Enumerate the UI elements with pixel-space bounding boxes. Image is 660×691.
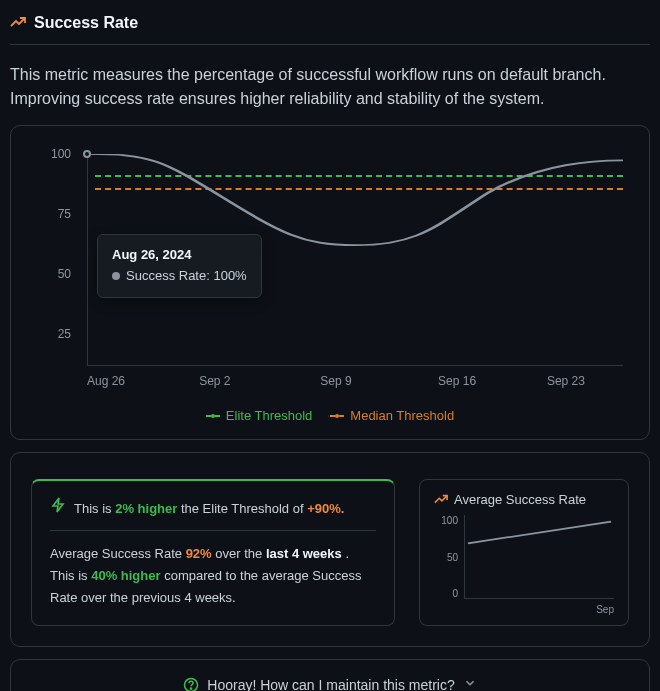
average-panel: Average Success Rate 100 50 0 Sep — [419, 479, 629, 626]
question-circle-icon — [183, 677, 199, 691]
average-panel-header: Average Success Rate — [434, 492, 614, 507]
y-tick: 100 — [31, 147, 71, 161]
plot-area: Aug 26, 2024 Success Rate: 100% — [87, 154, 623, 366]
trend-up-icon — [10, 15, 26, 31]
mini-y-ticks: 100 50 0 — [434, 515, 458, 599]
summary-line-1: This is 2% higher the Elite Threshold of… — [50, 497, 376, 531]
mini-chart: 100 50 0 Sep — [434, 515, 614, 613]
chart-tooltip: Aug 26, 2024 Success Rate: 100% — [97, 234, 262, 298]
page-title: Success Rate — [34, 14, 138, 32]
main-chart[interactable]: 100 75 50 25 Aug 26, 2024 Success Rate: … — [31, 154, 629, 394]
x-tick: Sep 23 — [547, 374, 585, 394]
trend-up-icon — [434, 493, 448, 507]
maintain-label: Hooray! How can I maintain this metric? — [207, 677, 454, 691]
x-tick: Aug 26 — [87, 374, 125, 394]
y-tick: 75 — [31, 207, 71, 221]
summary-line-2: Average Success Rate 92% over the last 4… — [50, 543, 376, 609]
data-point[interactable] — [83, 150, 91, 158]
metric-description: This metric measures the percentage of s… — [10, 45, 650, 125]
summary-text-panel: This is 2% higher the Elite Threshold of… — [31, 479, 395, 626]
summary-card: This is 2% higher the Elite Threshold of… — [10, 452, 650, 647]
tooltip-value: Success Rate: 100% — [112, 266, 247, 287]
elite-dash-icon — [206, 415, 220, 417]
maintain-metric-button[interactable]: Hooray! How can I maintain this metric? — [10, 659, 650, 691]
chevron-down-icon — [463, 676, 477, 691]
svg-point-1 — [191, 688, 192, 689]
y-tick: 25 — [31, 327, 71, 341]
x-tick: Sep 2 — [199, 374, 230, 394]
series-dot-icon — [112, 272, 120, 280]
legend-elite[interactable]: Elite Threshold — [206, 408, 312, 423]
tooltip-date: Aug 26, 2024 — [112, 245, 247, 266]
chart-card: 100 75 50 25 Aug 26, 2024 Success Rate: … — [10, 125, 650, 440]
section-header: Success Rate — [10, 10, 650, 45]
median-dash-icon — [330, 415, 344, 417]
mini-series — [465, 515, 614, 598]
chart-legend: Elite Threshold Median Threshold — [31, 394, 629, 423]
x-tick: Sep 16 — [438, 374, 476, 394]
x-axis-ticks: Aug 26 Sep 2 Sep 9 Sep 16 Sep 23 — [87, 374, 623, 394]
legend-median[interactable]: Median Threshold — [330, 408, 454, 423]
mini-plot — [464, 515, 614, 599]
x-tick: Sep 9 — [320, 374, 351, 394]
mini-x-label: Sep — [596, 604, 614, 615]
bolt-icon — [50, 497, 66, 520]
y-tick: 50 — [31, 267, 71, 281]
